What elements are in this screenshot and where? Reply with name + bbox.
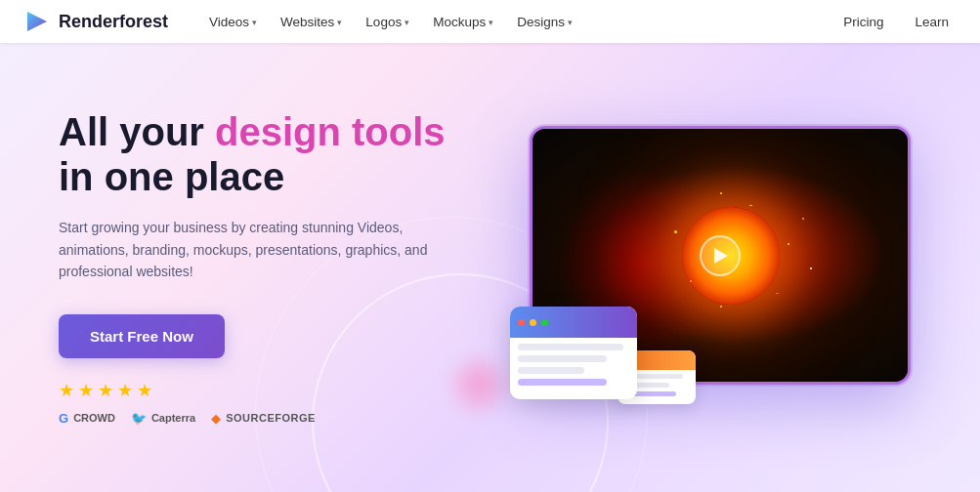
ui-card-header: [510, 307, 637, 338]
hero-left: All your design tools in one place Start…: [59, 109, 508, 425]
dot-red: [518, 319, 525, 326]
badge-sourceforge: ◆ SOURCEFORGE: [211, 411, 316, 426]
ui-card-mockup: [510, 307, 637, 399]
ui-card-body: [510, 338, 637, 391]
chevron-down-icon: ▾: [252, 18, 257, 27]
nav-item-designs[interactable]: Designs ▾: [507, 9, 582, 35]
ui-line: [518, 367, 584, 374]
nav-item-websites[interactable]: Websites ▾: [271, 9, 352, 35]
nav-item-videos[interactable]: Videos ▾: [199, 9, 267, 35]
star-1: ★: [59, 380, 74, 401]
ui-line: [518, 344, 623, 350]
dot-yellow: [530, 319, 536, 326]
chevron-down-icon: ▾: [337, 18, 342, 27]
hero-subtitle: Start growing your business by creating …: [59, 217, 430, 282]
star-2: ★: [78, 380, 94, 401]
star-4: ★: [117, 380, 133, 401]
spark: [810, 267, 812, 269]
ui-line: [518, 379, 607, 386]
badge-gcrowd: G CROWD: [59, 411, 115, 426]
nav-item-mockups[interactable]: Mockups ▾: [423, 9, 503, 35]
play-button[interactable]: [700, 235, 741, 276]
nav-links: Videos ▾ Websites ▾ Logos ▾ Mockups ▾ De…: [199, 9, 835, 35]
ui-line: [518, 355, 607, 362]
star-3: ★: [98, 380, 113, 401]
logo-icon: [23, 8, 51, 35]
badge-capterra: 🐦 Capterra: [131, 411, 195, 426]
start-free-button[interactable]: Start Free Now: [59, 314, 225, 358]
chevron-down-icon: ▾: [489, 18, 493, 27]
spark: [749, 205, 752, 206]
logo-text: Renderforest: [59, 12, 168, 32]
spark: [802, 218, 804, 220]
nav-right: Pricing Learn: [835, 9, 957, 35]
capterra-icon: 🐦: [131, 411, 147, 426]
chevron-down-icon: ▾: [568, 18, 573, 27]
star-5: ★: [137, 380, 152, 401]
hero-title: All your design tools in one place: [59, 109, 508, 199]
navbar: Renderforest Videos ▾ Websites ▾ Logos ▾…: [0, 0, 980, 43]
stars-row: ★ ★ ★ ★ ★: [59, 380, 508, 401]
hero-right: [508, 126, 921, 409]
gcrowd-icon: G: [59, 411, 68, 426]
sourceforge-icon: ◆: [211, 411, 221, 426]
chevron-down-icon: ▾: [405, 18, 409, 27]
learn-link[interactable]: Learn: [907, 9, 957, 35]
spark: [788, 243, 789, 245]
dot-green: [541, 319, 548, 326]
logo[interactable]: Renderforest: [23, 8, 168, 35]
nav-item-logos[interactable]: Logos ▾: [356, 9, 419, 35]
svg-marker-0: [27, 12, 47, 31]
badges-row: G CROWD 🐦 Capterra ◆ SOURCEFORGE: [59, 411, 508, 426]
hero-section: All your design tools in one place Start…: [0, 43, 980, 492]
video-device: [510, 126, 920, 409]
spark: [720, 192, 722, 194]
pricing-link[interactable]: Pricing: [835, 9, 891, 35]
play-icon: [714, 248, 728, 264]
